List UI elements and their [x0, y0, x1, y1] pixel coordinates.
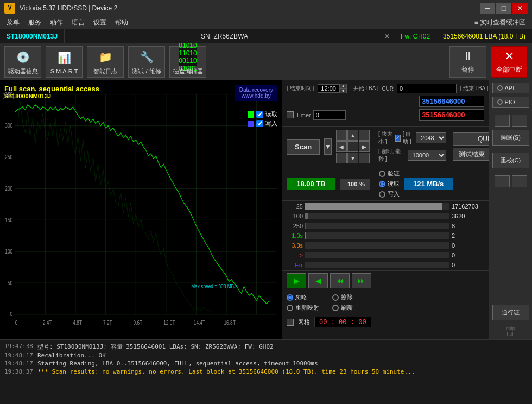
chart-svg: 350 300 250 200 150 100 50 0 (MB/s) 0 2.… [0, 80, 282, 339]
read-radio-item[interactable]: 读取 [379, 180, 400, 188]
timeout-select[interactable]: 10000 5000 [408, 150, 446, 161]
play-button[interactable]: ▶ [287, 273, 306, 288]
timer-input[interactable] [313, 110, 346, 120]
auto-label: [ 自助 ] [403, 130, 414, 146]
remap-radio[interactable] [287, 305, 293, 311]
refresh-radio-item[interactable]: 刷新 [332, 304, 353, 312]
stop-icon: ✕ [504, 49, 514, 64]
time-input[interactable] [318, 84, 339, 93]
erase-radio[interactable] [332, 294, 339, 301]
pio-radio-button[interactable]: PIO [492, 97, 529, 108]
menu-item-help[interactable]: 帮助 [111, 17, 132, 28]
ignore-radio[interactable] [287, 294, 293, 301]
step-forward-button[interactable]: ⏭ [352, 273, 371, 288]
recal-button[interactable]: 重校(C) [492, 153, 529, 168]
ignore-radio-item[interactable]: 忽略 [287, 293, 319, 301]
menu-item-service[interactable]: 服务 [24, 17, 46, 28]
menu-item-language[interactable]: 语言 [67, 17, 89, 28]
api-radio-button[interactable]: API [492, 83, 529, 93]
close-tab-icon[interactable]: ✕ [384, 33, 390, 40]
rewind-button[interactable]: ◀ [308, 273, 328, 288]
smart-button[interactable]: 📊 S.M.A.R.T [46, 46, 83, 78]
dpad-up[interactable]: ▲ [347, 130, 358, 141]
refresh-radio[interactable] [332, 305, 339, 311]
dpad-left[interactable]: ◀ [336, 141, 347, 152]
time-down-button[interactable]: ▼ [339, 89, 347, 93]
chiphell-logo: chip hell [506, 326, 515, 337]
timer-checkbox[interactable] [287, 111, 294, 118]
grid-checkbox[interactable] [287, 319, 294, 326]
dpad-bottomleft [336, 153, 347, 163]
start-lba-label: [ 开始 LBA ] [350, 85, 378, 92]
drive-info-button[interactable]: 💿 驱动器信息 [4, 46, 41, 78]
test-repair-button[interactable]: 🔧 测试 / 维修 [128, 46, 165, 78]
cur-label1: CUR [382, 86, 394, 92]
write-checkbox[interactable] [256, 120, 263, 127]
pause-label: 暂停 [461, 65, 474, 74]
block-size-label: [ 块大小 ] [378, 130, 393, 146]
time-up-button[interactable]: ▲ [339, 84, 347, 89]
scan-button[interactable]: Scan [287, 139, 320, 155]
verify-label: 验证 [388, 169, 400, 178]
log-time-1: 19:48:17 [4, 352, 33, 359]
smart-log-button[interactable]: 📁 智能日志 [87, 46, 124, 78]
hist-bar-bg-3s [305, 242, 449, 249]
write-radio-item[interactable]: 写入 [379, 190, 400, 198]
read-radio[interactable] [379, 181, 385, 187]
pass-button[interactable]: 通行证 [492, 305, 529, 320]
time-spinbox[interactable]: ▲ ▼ [318, 84, 347, 93]
hist-bar-bg-1s [305, 232, 449, 239]
lba-row-red: Timer [287, 109, 484, 121]
menu-item-file[interactable]: 菜单 [2, 17, 24, 28]
close-button[interactable]: ✕ [512, 3, 528, 14]
chart-legend: 读取 写入 [248, 110, 277, 128]
disk-editor-button[interactable]: 01010110100011001001 磁盘编辑器 [169, 46, 206, 78]
toolbar-separator [213, 48, 213, 75]
remap-radio-item[interactable]: 重新映射 [287, 304, 319, 312]
dpad-down[interactable]: ▼ [347, 153, 358, 163]
hist-label-25: 25 [287, 203, 303, 210]
maximize-button[interactable]: □ [496, 3, 511, 14]
dpad-topleft [336, 130, 347, 141]
scan-dropdown[interactable]: ▼ [324, 138, 332, 155]
sidebar-separator1 [495, 111, 527, 111]
sidebar-btn4[interactable] [512, 175, 527, 187]
pause-button[interactable]: ⏸ 暂停 [449, 46, 486, 78]
stop-button[interactable]: ✕ 全部中断 [491, 46, 528, 78]
end-lba-label: [ 结束 LBA ] [460, 85, 488, 92]
minimize-button[interactable]: ─ [480, 3, 495, 14]
sidebar-btn2[interactable] [512, 115, 527, 127]
smart-icon: 📊 [55, 49, 73, 66]
hist-bar-25 [305, 203, 442, 210]
end-lba-red-input[interactable] [419, 109, 484, 121]
erase-radio-item[interactable]: 擦除 [332, 293, 353, 301]
auto-checkbox[interactable] [395, 135, 401, 142]
pio-label: PIO [505, 99, 515, 105]
hist-label-3s: 3.0s [287, 242, 303, 249]
hist-bar-bg-gt [305, 252, 449, 258]
hist-row-250: 250 8 [287, 223, 484, 229]
sleep-button[interactable]: 睡眠(S) [492, 130, 529, 146]
write-radio[interactable] [379, 191, 385, 198]
sidebar-btn1[interactable] [495, 115, 510, 127]
realtime-buffer[interactable]: ≡ 实时查看缓冲区 [470, 17, 530, 28]
chart-title-overlay: Full scan, sequential access ST18000NM01… [4, 85, 99, 99]
read-checkbox[interactable] [256, 111, 263, 118]
size-select[interactable]: 2048 1024 512 [416, 132, 446, 143]
step-back-button[interactable]: ⏮ [330, 273, 350, 288]
menu-item-action[interactable]: 动作 [46, 17, 67, 28]
hist-val-err: 0 [452, 262, 484, 268]
dpad-right[interactable]: ▶ [359, 141, 370, 152]
end-lba-blue-input[interactable] [419, 96, 484, 107]
sidebar-btn3[interactable] [495, 175, 510, 187]
verify-radio-item[interactable]: 验证 [379, 169, 400, 178]
start-lba-input[interactable] [397, 84, 457, 93]
elapsed-time-display: 00 : 00 : 00 [314, 317, 371, 327]
chip-text: chip [506, 326, 515, 331]
menu-item-settings[interactable]: 设置 [89, 17, 111, 28]
svg-text:9.6T: 9.6T [134, 319, 143, 326]
log-area: 19:47:38 型号: ST18000NM013J; 容量 351566460… [0, 339, 532, 404]
hist-row-25: 25 17162703 [287, 203, 484, 210]
svg-text:7.2T: 7.2T [103, 319, 112, 326]
verify-radio[interactable] [379, 171, 385, 177]
